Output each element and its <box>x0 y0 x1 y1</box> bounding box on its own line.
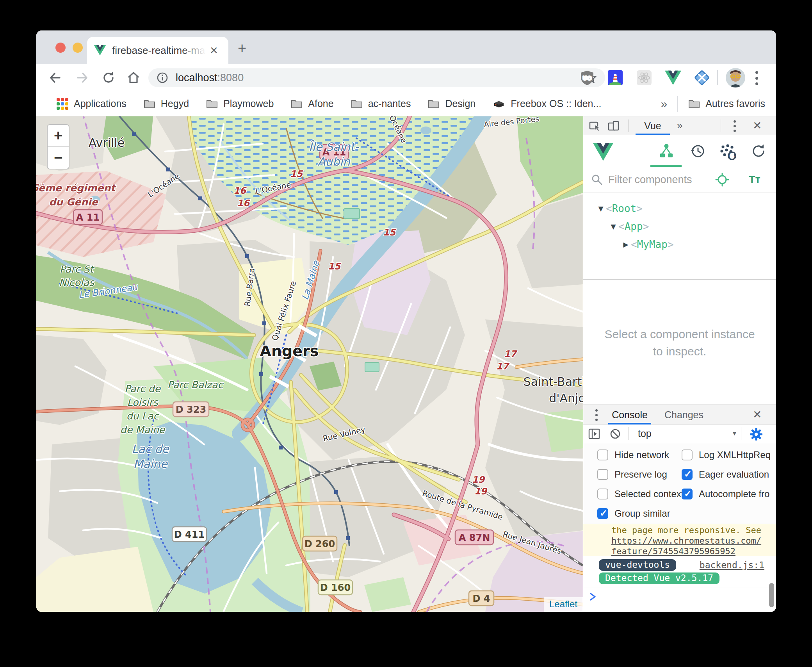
map-canvas[interactable]: A 11 A 11 A 87N D 323 D 411 D 260 D 160 … <box>36 116 583 612</box>
chromestatus-link-2[interactable]: feature/5745543795965952 <box>611 546 735 556</box>
components-tab-icon[interactable] <box>659 143 674 159</box>
events-tab-icon[interactable]: 6 <box>719 143 737 161</box>
console-close-icon[interactable]: ✕ <box>753 408 762 421</box>
setting-autocomplete[interactable]: Autocomplete fro <box>682 489 769 499</box>
apps-grid-icon <box>57 98 68 110</box>
component-filter[interactable]: Filter components Tт <box>583 167 776 193</box>
forward-icon[interactable] <box>75 71 89 85</box>
url-port: :8080 <box>217 72 244 84</box>
tree-node-root[interactable]: ▼ <Root> <box>583 200 776 218</box>
console-menu-icon[interactable] <box>595 409 598 421</box>
traffic-light-close[interactable] <box>55 43 66 53</box>
setting-log-xhr[interactable]: Log XMLHttpReq <box>682 449 771 460</box>
react-devtools-extension-icon[interactable] <box>636 70 652 86</box>
checkbox[interactable] <box>597 489 608 499</box>
tab-console[interactable]: Console <box>608 405 651 424</box>
setting-hide-network[interactable]: Hide network <box>597 449 669 460</box>
device-toolbar-icon[interactable] <box>607 120 621 132</box>
chromestatus-link[interactable]: https://www.chromestatus.com/ <box>611 536 761 546</box>
road-badge: D 323 <box>176 404 206 415</box>
ublock-extension-icon[interactable]: UO <box>579 70 595 86</box>
bookmark-freebox[interactable]: Freebox OS :: Iden... <box>493 98 601 109</box>
map-label: de Maine <box>120 424 166 435</box>
tree-node-app[interactable]: ▼ <App> <box>583 218 776 235</box>
other-bookmarks-label[interactable]: Autres favoris <box>705 98 765 109</box>
collapse-icon[interactable]: ▶ <box>621 241 631 248</box>
tree-node-mymap[interactable]: ▶ <MyMap> <box>583 235 776 253</box>
bookmark-folder-design[interactable]: Design <box>428 98 475 109</box>
bookmark-label: ac-nantes <box>368 98 411 109</box>
road-badge: D 4 <box>473 593 490 604</box>
traffic-light-minimize[interactable] <box>73 43 83 53</box>
folder-icon <box>206 99 218 109</box>
exit-number: 17 <box>504 349 518 359</box>
leaflet-map[interactable]: A 11 A 11 A 87N D 323 D 411 D 260 D 160 … <box>36 116 583 612</box>
browser-tab[interactable]: firebase-realtime-maps-sample ✕ <box>87 37 228 64</box>
checkbox[interactable] <box>597 469 608 480</box>
blue-diamond-extension-icon[interactable] <box>694 70 710 86</box>
console-prompt[interactable] <box>583 587 776 611</box>
tab-strip: firebase-realtime-maps-sample ✕ + <box>36 30 776 64</box>
bookmark-label: Applications <box>74 98 126 109</box>
more-tabs-icon[interactable]: » <box>677 119 682 132</box>
checkbox[interactable] <box>682 449 693 460</box>
folder-icon <box>144 99 155 109</box>
history-tab-icon[interactable] <box>689 143 706 159</box>
tab-close-icon[interactable]: ✕ <box>210 45 218 55</box>
profile-avatar[interactable] <box>726 68 745 87</box>
site-info-icon[interactable] <box>156 71 169 84</box>
console-settings: Hide network Log XMLHttpReq Preserve log… <box>583 443 776 524</box>
browser-menu-icon[interactable] <box>755 71 759 85</box>
map-label: Parc Balzac <box>167 379 224 391</box>
back-icon[interactable] <box>48 71 62 85</box>
console-scrollbar[interactable] <box>769 583 774 607</box>
refresh-icon[interactable] <box>750 143 767 159</box>
zoom-out-button[interactable]: − <box>48 147 69 169</box>
toolbar-separator <box>717 70 718 85</box>
vue-devtools-extension-icon[interactable] <box>665 70 681 86</box>
devtools-tab-vue[interactable]: Vue <box>635 116 671 135</box>
inspect-element-icon[interactable] <box>589 120 601 132</box>
devtools-close-icon[interactable]: ✕ <box>753 119 762 132</box>
source-link[interactable]: backend.js:1 <box>700 560 764 570</box>
setting-group-similar[interactable]: Group similar <box>597 508 670 519</box>
bookmark-folder-hegyd[interactable]: Hegyd <box>144 98 189 109</box>
map-label: du Lac <box>126 410 160 422</box>
checkbox-checked[interactable] <box>682 469 693 480</box>
tab-changes[interactable]: Changes <box>661 405 707 424</box>
setting-eager-evaluation[interactable]: Eager evaluation <box>682 469 769 480</box>
reload-icon[interactable] <box>102 71 116 85</box>
text-size-toggle[interactable]: Tт <box>749 174 760 186</box>
zoom-in-button[interactable]: + <box>48 125 69 147</box>
select-component-icon[interactable] <box>715 173 729 187</box>
bookmark-folder-ac-nantes[interactable]: ac-nantes <box>351 98 411 109</box>
bookmark-folder-afone[interactable]: Afone <box>291 98 333 109</box>
filter-placeholder: Filter components <box>608 174 692 186</box>
devtools-menu-icon[interactable] <box>733 120 736 132</box>
execution-context-selector[interactable]: top <box>638 428 652 439</box>
clear-console-icon[interactable] <box>609 428 621 440</box>
bookmarks-b ar: Applications Hegyd Playmoweb Afone ac-na… <box>36 91 776 116</box>
console-sidebar-icon[interactable] <box>588 428 600 440</box>
context-dropdown-icon[interactable]: ▼ <box>732 430 737 437</box>
address-bar[interactable]: localhost:8080 <box>148 68 605 87</box>
expand-icon[interactable]: ▼ <box>608 223 618 230</box>
events-badge: 6 <box>730 153 734 160</box>
bookmarks-overflow-icon[interactable]: » <box>661 97 667 111</box>
checkbox[interactable] <box>597 449 608 460</box>
leaflet-attribution-link[interactable]: Leaflet <box>544 597 583 612</box>
vue-favicon <box>94 45 106 56</box>
console-settings-gear-icon[interactable] <box>750 428 763 441</box>
bookmark-applications[interactable]: Applications <box>57 98 126 110</box>
setting-preserve-log[interactable]: Preserve log <box>597 469 667 480</box>
search-icon <box>591 174 603 185</box>
setting-selected-context[interactable]: Selected context <box>597 489 684 499</box>
bookmark-folder-playmoweb[interactable]: Playmoweb <box>206 98 274 109</box>
expand-icon[interactable]: ▼ <box>596 205 606 212</box>
home-icon[interactable] <box>126 71 141 85</box>
lighthouse-extension-icon[interactable] <box>607 70 623 86</box>
console-tabbar: Console Changes ✕ <box>583 405 776 424</box>
new-tab-button[interactable]: + <box>238 41 246 55</box>
checkbox-checked[interactable] <box>682 489 693 499</box>
checkbox-checked[interactable] <box>597 508 608 519</box>
